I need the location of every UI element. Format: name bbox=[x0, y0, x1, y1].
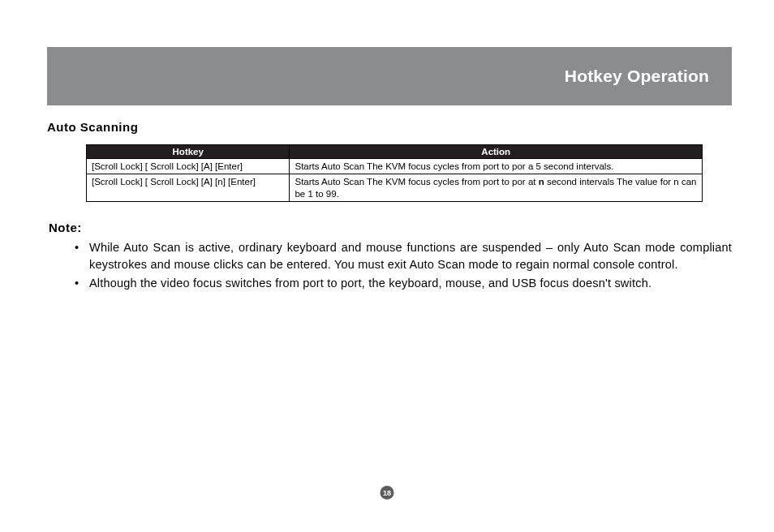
col-header-hotkey: Hotkey bbox=[87, 145, 290, 159]
chapter-title: Hotkey Operation bbox=[565, 66, 709, 86]
cell-action-pre: Starts Auto Scan The KVM focus cycles fr… bbox=[295, 177, 538, 187]
note-heading: Note: bbox=[49, 221, 732, 234]
table-header-row: Hotkey Action bbox=[87, 145, 703, 159]
table-row: [Scroll Lock] [ Scroll Lock] [A] [Enter]… bbox=[87, 159, 703, 174]
note-list: While Auto Scan is active, ordinary keyb… bbox=[49, 239, 732, 292]
cell-action: Starts Auto Scan The KVM focus cycles fr… bbox=[290, 159, 703, 174]
cell-hotkey: [Scroll Lock] [ Scroll Lock] [A] [n] [En… bbox=[87, 174, 290, 202]
cell-hotkey: [Scroll Lock] [ Scroll Lock] [A] [Enter] bbox=[87, 159, 290, 174]
section-heading: Auto Scanning bbox=[47, 120, 138, 134]
note-item: While Auto Scan is active, ordinary keyb… bbox=[63, 239, 732, 273]
cell-action: Starts Auto Scan The KVM focus cycles fr… bbox=[290, 174, 703, 202]
note-block: Note: While Auto Scan is active, ordinar… bbox=[49, 221, 732, 294]
chapter-header-bar: Hotkey Operation bbox=[47, 47, 732, 105]
page-number-badge: 18 bbox=[381, 486, 394, 500]
hotkey-table: Hotkey Action [Scroll Lock] [ Scroll Loc… bbox=[86, 144, 703, 202]
table-row: [Scroll Lock] [ Scroll Lock] [A] [n] [En… bbox=[87, 174, 703, 202]
cell-action-bold: n bbox=[539, 177, 544, 187]
col-header-action: Action bbox=[290, 145, 703, 159]
note-item: Although the video focus switches from p… bbox=[63, 275, 732, 292]
